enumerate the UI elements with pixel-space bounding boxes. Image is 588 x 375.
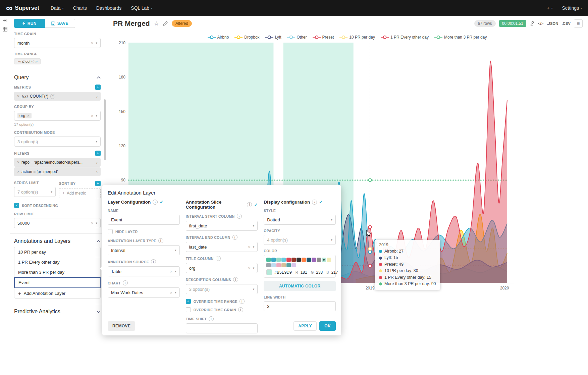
color-swatch[interactable] [266,258,271,262]
override-time-grain-checkbox[interactable] [186,307,191,312]
color-swatch[interactable] [276,263,281,267]
time-grain-select[interactable]: month × ▾ [14,38,101,48]
clear-icon[interactable]: × [170,269,173,274]
filter-repo[interactable]: × repo = 'apache/incubator-supers... › [14,158,101,167]
add-filter-button[interactable]: + [95,151,101,156]
color-swatch[interactable] [281,263,286,267]
legend-item[interactable]: More than 3 PR per day [434,35,487,40]
apply-button[interactable]: APPLY [293,321,317,331]
nav-charts[interactable]: Charts [73,5,87,11]
time-shift-input[interactable] [186,323,258,333]
remove-icon[interactable]: × [17,94,19,99]
clear-icon[interactable]: × [91,221,94,226]
remove-tag-icon[interactable]: × [27,114,29,118]
ok-button[interactable]: OK [319,321,336,331]
override-time-range-checkbox[interactable] [186,299,191,304]
hide-layer-checkbox[interactable] [108,229,113,234]
color-swatch[interactable] [291,258,296,262]
chart-menu-button[interactable]: ≡ [574,19,583,28]
predictive-section-header[interactable]: Predictive Analytics [14,309,101,315]
layer-name-input[interactable] [108,215,180,225]
interval-start-select[interactable]: first_date ▾ [186,221,258,231]
legend-item[interactable]: 10 PR per day [339,35,375,40]
clear-icon[interactable]: × [170,290,173,295]
nav-dashboards[interactable]: Dashboards [96,5,122,11]
color-swatch[interactable] [286,263,291,267]
nav-settings[interactable]: Settings▾ [562,5,582,11]
remove-icon[interactable]: × [17,169,19,174]
metric-count-star[interactable]: × ƒ(x) COUNT(*) ? › [14,92,101,101]
color-swatch[interactable] [271,258,276,262]
share-link-icon[interactable] [530,21,535,26]
description-columns-select[interactable]: 3 option(s) ▾ [186,284,258,294]
legend-item[interactable]: Other [287,35,307,40]
legend-item[interactable]: Preset [313,35,334,40]
color-swatch[interactable] [281,258,286,262]
rgb-r-value[interactable]: 181 [301,270,307,275]
color-swatch[interactable] [291,263,296,267]
remove-icon[interactable]: × [17,160,19,165]
export-csv-button[interactable]: .CSV [562,21,571,25]
nav-new-button[interactable]: +▾ [547,5,552,11]
title-column-select[interactable]: org × ▾ [186,263,258,273]
dataset-grid-icon[interactable] [0,25,10,34]
color-swatch[interactable] [317,258,321,262]
chart-source-select[interactable]: Max Work Dates × ▾ [108,287,180,298]
legend-item[interactable]: Lyft [265,35,281,40]
add-sort-metric-button[interactable]: + [95,181,101,186]
annotation-layer-row-selected[interactable]: Event [14,277,101,288]
color-swatch[interactable] [327,258,331,262]
edit-pencil-icon[interactable] [163,21,168,26]
panel-scrollbar[interactable] [104,99,106,160]
clear-icon[interactable]: × [248,266,251,271]
legend-item[interactable]: Dropbox [234,35,259,40]
clear-icon[interactable]: × [248,245,251,250]
color-swatch[interactable] [286,258,291,262]
rgb-g-value[interactable]: 233 [316,270,323,275]
annotation-layer-row[interactable]: 10 PR per day [14,247,101,257]
altered-badge[interactable]: Altered [172,20,192,27]
expand-panel-icon[interactable] [0,16,10,25]
annotation-layer-row[interactable]: 1 PR Every other day [14,257,101,267]
color-swatch[interactable] [312,258,316,262]
row-limit-select[interactable]: 50000 × ▾ [14,218,101,228]
annotation-layer-type-select[interactable]: Interval ▾ [108,245,180,255]
color-swatch[interactable] [302,258,306,262]
series-limit-select[interactable]: 7 option(s) ▾ [14,187,56,197]
opacity-select[interactable]: 4 option(s) ▾ [264,235,336,245]
filter-action[interactable]: × action = 'pr_merged' › [14,167,101,176]
interval-end-select[interactable]: last_date × ▾ [186,242,258,252]
save-button[interactable]: SAVE [45,19,75,28]
clear-icon[interactable]: × [91,41,94,46]
annotation-layer-row[interactable]: More than 3 PR per day [14,267,101,277]
clear-icon[interactable]: × [91,113,94,118]
contribution-mode-select[interactable]: 3 option(s) ▾ [14,137,101,147]
annotations-section-header[interactable]: Annotations and Layers [14,238,101,244]
favorite-star-icon[interactable]: ☆ [154,20,159,27]
run-button[interactable]: RUN [14,19,45,28]
legend-item[interactable]: Airbnb [208,35,229,40]
color-swatch[interactable] [307,258,311,262]
rgb-b-value[interactable]: 217 [331,270,338,275]
line-width-input[interactable] [264,301,336,311]
color-swatch[interactable] [266,263,271,267]
color-swatch[interactable] [297,258,301,262]
sort-by-add-metric[interactable]: + Add metric [59,188,101,198]
style-select[interactable]: Dotted ▾ [264,215,336,225]
color-swatch[interactable] [271,263,276,267]
time-range-value[interactable]: -∞ ≤ col < ∞ [14,58,41,64]
legend-item[interactable]: 1 PR Every other day [381,35,429,40]
sort-descending-checkbox[interactable] [14,203,19,208]
automatic-color-button[interactable]: AUTOMATIC COLOR [264,281,336,291]
color-swatch-selected[interactable] [322,258,326,262]
superset-logo[interactable]: ∞ Superset [6,5,39,11]
query-section-header[interactable]: Query [14,74,101,81]
color-swatch[interactable] [276,258,281,262]
nav-sql-lab[interactable]: SQL Lab▾ [131,5,152,11]
nav-data[interactable]: Data▾ [51,5,64,11]
remove-button[interactable]: REMOVE [108,321,135,331]
add-metric-button[interactable]: + [95,85,101,90]
group-by-select[interactable]: org × × ▾ [14,111,101,121]
export-json-button[interactable]: .JSON [547,21,558,25]
annotation-source-select[interactable]: Table × ▾ [108,266,180,276]
